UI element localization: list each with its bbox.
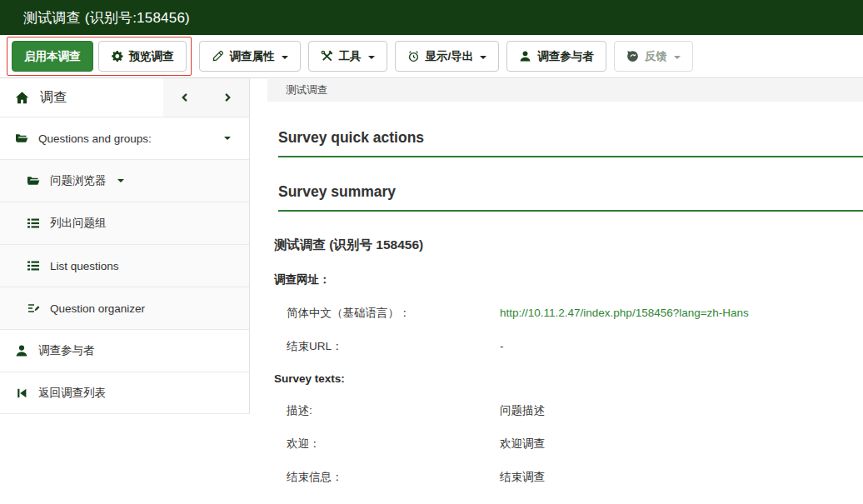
summary-row-end-message: 结束信息： 结束调查 — [274, 470, 863, 485]
sidebar-item-label: 返回调查列表 — [38, 386, 106, 401]
list-icon — [27, 259, 40, 272]
chevron-down-icon — [480, 56, 486, 62]
survey-overview: Survey quick actions Survey summary 测试调查… — [267, 129, 863, 504]
row-value: - — [500, 340, 863, 352]
sidebar-item-label: List questions — [50, 260, 119, 272]
row-label: 调查网址： — [274, 272, 500, 287]
caret-down-icon — [117, 179, 124, 186]
preview-survey-button[interactable]: 预览调查 — [98, 41, 187, 72]
row-label: Survey texts: — [274, 372, 500, 385]
sidebar-item-list-questions[interactable]: List questions — [0, 244, 249, 287]
breadcrumb: 测试调查 — [267, 79, 863, 102]
folder-open-icon — [27, 174, 40, 187]
activate-survey-button[interactable]: 启用本调查 — [12, 41, 93, 72]
sidebar-item-label: 调查参与者 — [38, 343, 95, 358]
row-label: 欢迎： — [274, 437, 500, 452]
survey-participants-button[interactable]: 调查参与者 — [506, 41, 606, 72]
survey-properties-label: 调查属性 — [230, 49, 275, 64]
sidebar-item-question-organizer[interactable]: Question organizer — [0, 287, 249, 329]
feedback-label: 反馈 — [645, 49, 667, 64]
display-export-label: 显示/导出 — [426, 49, 474, 64]
tools-button[interactable]: 工具 — [308, 41, 387, 72]
sidebar-item-label: Question organizer — [50, 302, 145, 315]
sidebar-title-label: 调查 — [40, 89, 67, 107]
activate-survey-label: 启用本调查 — [24, 49, 81, 64]
body: 调查 Questions and groups: — [0, 78, 863, 504]
feedback-icon — [626, 50, 639, 62]
caret-down-icon — [224, 137, 231, 143]
person-icon — [15, 344, 28, 357]
row-label: 结束信息： — [274, 470, 500, 485]
sidebar-collapse-controls — [163, 78, 249, 117]
home-icon — [15, 91, 29, 105]
page-title: 测试调查 (识别号:158456) — [23, 8, 190, 27]
summary-row-base-language-url: 简体中文（基础语言）： http://10.11.2.47/index.php/… — [274, 306, 863, 321]
pencil-icon — [212, 50, 224, 62]
row-value: 欢迎调查 — [500, 437, 863, 452]
feedback-button[interactable]: 反馈 — [614, 41, 693, 72]
survey-sidebar: 调查 Questions and groups: — [0, 78, 250, 414]
summary-row-description: 描述: 问题描述 — [274, 403, 863, 418]
chevron-down-icon — [282, 56, 288, 62]
breadcrumb-current: 测试调查 — [286, 83, 327, 97]
survey-properties-button[interactable]: 调查属性 — [199, 41, 301, 72]
display-export-icon — [407, 50, 420, 62]
list-icon — [27, 217, 40, 230]
survey-participants-label: 调查参与者 — [537, 49, 594, 64]
limesurvey-admin: 测试调查 (识别号:158456) 启用本调查 预览调查 调查属性 工具 显示/… — [0, 0, 863, 504]
organizer-icon — [27, 302, 40, 315]
row-value: 结束调查 — [500, 470, 863, 485]
chevron-left-icon[interactable] — [174, 87, 196, 108]
survey-toolbar: 启用本调查 预览调查 调查属性 工具 显示/导出 调查参与者 — [0, 35, 863, 78]
survey-summary-heading: Survey summary — [278, 183, 863, 212]
chevron-down-icon — [674, 56, 681, 62]
quick-actions-heading: Survey quick actions — [278, 129, 863, 157]
sidebar-item-label: 问题浏览器 — [50, 173, 107, 188]
chevron-right-icon[interactable] — [217, 87, 238, 108]
tools-icon — [321, 50, 333, 62]
summary-row-end-url: 结束URL： - — [274, 339, 863, 354]
survey-title-bar: 测试调查 (识别号:158456) — [0, 0, 863, 35]
sidebar-item-return-to-survey-list[interactable]: 返回调查列表 — [0, 372, 249, 414]
row-value: 问题描述 — [500, 403, 863, 418]
highlighted-action-group: 启用本调查 预览调查 — [7, 37, 192, 76]
sidebar-header: 调查 — [0, 78, 249, 117]
summary-row-survey-url-section: 调查网址： — [274, 272, 863, 287]
summary-row-welcome: 欢迎： 欢迎调查 — [274, 437, 863, 452]
folder-open-icon — [15, 132, 28, 145]
sidebar-title: 调查 — [0, 78, 163, 117]
sidebar-item-survey-participants[interactable]: 调查参与者 — [0, 329, 249, 372]
skip-back-icon — [15, 387, 28, 400]
preview-survey-label: 预览调查 — [129, 49, 174, 64]
row-value: http://10.11.2.47/index.php/158456?lang=… — [500, 307, 863, 319]
survey-title: 测试调查 (识别号 158456) — [274, 237, 863, 254]
summary-row-survey-texts-section: Survey texts: — [274, 372, 863, 385]
sidebar-item-question-explorer[interactable]: 问题浏览器 — [0, 159, 249, 202]
sidebar-item-label: Questions and groups: — [38, 132, 152, 145]
sidebar-item-label: 列出问题组 — [50, 216, 107, 231]
survey-url-link[interactable]: http://10.11.2.47/index.php/158456?lang=… — [500, 307, 749, 319]
tools-label: 工具 — [339, 49, 362, 64]
sidebar-item-list-question-groups[interactable]: 列出问题组 — [0, 202, 249, 244]
row-label: 结束URL： — [274, 339, 500, 354]
row-label: 简体中文（基础语言）： — [274, 306, 500, 321]
display-export-button[interactable]: 显示/导出 — [395, 41, 500, 72]
sidebar-item-questions-and-groups[interactable]: Questions and groups: — [0, 117, 249, 159]
gear-icon — [111, 50, 123, 62]
row-label: 描述: — [274, 403, 500, 418]
person-icon — [519, 50, 531, 62]
chevron-down-icon — [368, 56, 375, 62]
main-content: 测试调查 Survey quick actions Survey summary… — [267, 78, 863, 504]
